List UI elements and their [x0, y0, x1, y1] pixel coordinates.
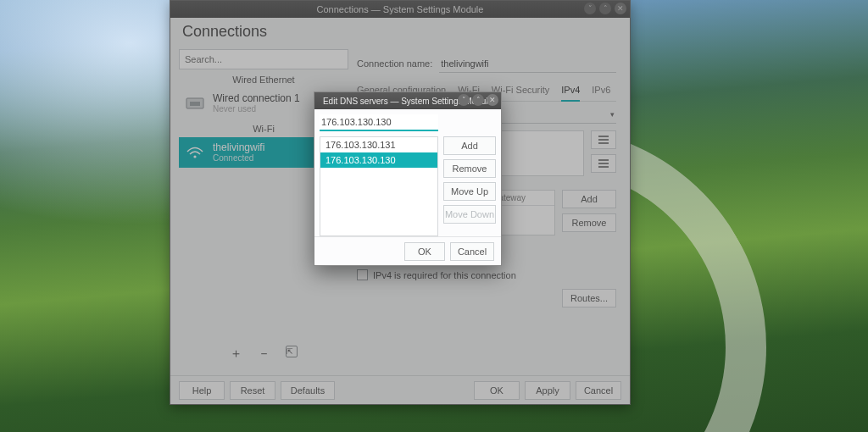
edit-dns-dialog: Edit DNS servers — System Settings Modul…	[314, 91, 502, 266]
dns-move-down-button[interactable]: Move Down	[443, 205, 496, 224]
dns-list-item[interactable]: 176.103.130.131	[320, 137, 437, 152]
dns-remove-button[interactable]: Remove	[443, 159, 496, 178]
dns-move-up-button[interactable]: Move Up	[443, 182, 496, 201]
dialog-titlebar: Edit DNS servers — System Settings Modul…	[314, 92, 501, 109]
dialog-maximize-button[interactable]: ˄	[472, 94, 484, 106]
dns-add-button[interactable]: Add	[443, 136, 496, 155]
dns-server-list[interactable]: 176.103.130.131 176.103.130.130	[320, 136, 438, 236]
dns-list-item[interactable]: 176.103.130.130	[320, 152, 437, 168]
dialog-minimize-button[interactable]: ˅	[458, 94, 470, 106]
dns-server-input[interactable]	[320, 114, 438, 131]
dialog-ok-button[interactable]: OK	[404, 242, 445, 261]
dialog-cancel-button[interactable]: Cancel	[450, 242, 494, 261]
dialog-close-button[interactable]: ✕	[487, 94, 498, 106]
